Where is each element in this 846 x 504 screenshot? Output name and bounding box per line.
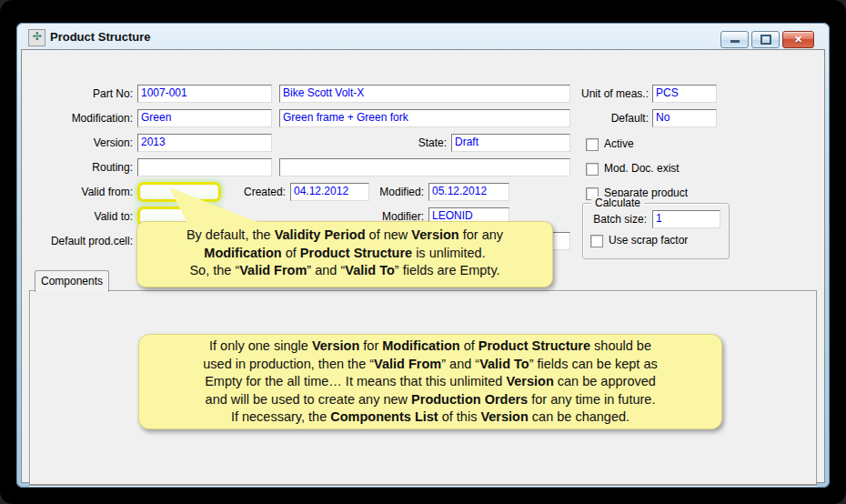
callout-line: If only one single Version for Modificat… (139, 338, 721, 356)
part-no-field[interactable]: 1007-001 (137, 85, 272, 103)
modification-desc-field[interactable]: Green frame + Green fork (279, 109, 570, 127)
checkbox-box[interactable] (586, 163, 599, 176)
version-label: Version: (42, 136, 133, 149)
callout-line: Empty for the all time… It means that th… (139, 373, 721, 391)
callout-line: So, the “Valid From” and “Valid To” fiel… (137, 262, 552, 280)
minimize-button[interactable] (720, 31, 749, 48)
unit-of-meas-label: Unit of meas.: (549, 87, 649, 100)
calculate-group-title: Calculate (591, 197, 644, 209)
checkbox-box[interactable] (590, 235, 603, 247)
callout-line: and will be used to create any new Produ… (139, 391, 721, 409)
default-prod-cell-label: Default prod.cell: (31, 235, 133, 247)
part-name-field[interactable]: Bike Scott Volt-X (279, 85, 570, 103)
tab-components[interactable]: Components (35, 270, 109, 292)
modification-field[interactable]: Green (137, 109, 272, 127)
calculate-groupbox: Calculate Batch size: 1 Use scrap factor (582, 203, 730, 259)
version-field[interactable]: 2013 (137, 134, 272, 152)
batch-size-field[interactable]: 1 (652, 210, 720, 228)
default-label: Default: (549, 112, 649, 125)
checkbox-box[interactable] (586, 138, 599, 151)
minimize-icon (730, 40, 740, 43)
callout-line: If necessary, the Components List of thi… (139, 408, 721, 427)
app-icon: ✣ (28, 29, 45, 46)
titlebar[interactable]: ✣ Product Structure ✕ (16, 23, 830, 49)
use-scrap-factor-label: Use scrap factor (609, 234, 688, 247)
routing-desc-field[interactable] (279, 158, 570, 176)
callout-line: Modification of Product Structure is unl… (137, 245, 552, 263)
state-label: State: (376, 136, 447, 149)
batch-size-label: Batch size: (587, 213, 647, 226)
modified-field[interactable]: 05.12.2012 (428, 183, 509, 201)
active-checkbox-label: Active (604, 137, 634, 150)
close-icon: ✕ (794, 34, 802, 45)
version-info-callout: If only one single Version for Modificat… (138, 334, 722, 429)
validity-callout: By default, the Validity Period of new V… (136, 221, 553, 287)
bottom-divider (29, 485, 817, 487)
unit-of-meas-field[interactable]: PCS (652, 85, 717, 103)
part-no-label: Part No: (42, 87, 133, 100)
routing-label: Routing: (42, 161, 133, 174)
created-label: Created: (215, 186, 286, 198)
modified-label: Modified: (353, 186, 424, 198)
callout-line: By default, the Validity Period of new V… (137, 227, 552, 245)
callout-line: used in production, then the “Valid From… (139, 356, 721, 374)
tab-components-label: Components (41, 275, 103, 287)
close-button[interactable]: ✕ (782, 31, 814, 48)
routing-field[interactable] (137, 158, 272, 176)
modification-label: Modification: (42, 112, 133, 125)
state-field[interactable]: Draft (451, 134, 570, 152)
maximize-icon (760, 35, 771, 45)
window-title: Product Structure (50, 30, 151, 44)
valid-to-label: Valid to: (42, 210, 133, 223)
valid-from-label: Valid from: (42, 186, 133, 198)
screenshot-canvas: ✣ Product Structure ✕ Part No: 1007-001 … (0, 0, 846, 504)
default-field[interactable]: No (652, 109, 717, 127)
maximize-button[interactable] (751, 31, 780, 48)
mod-doc-exist-label: Mod. Doc. exist (604, 162, 680, 175)
